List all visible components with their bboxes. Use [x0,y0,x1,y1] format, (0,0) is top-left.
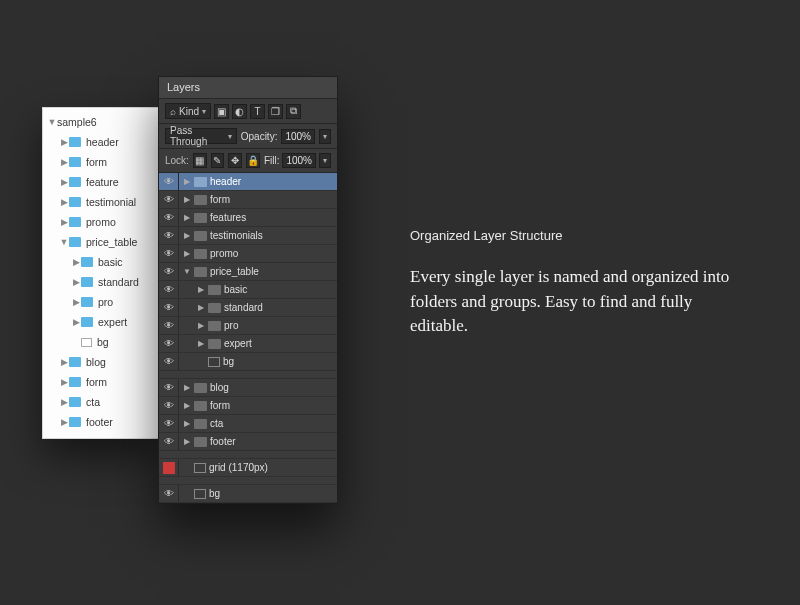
disclosure-icon[interactable]: ▶ [71,277,81,287]
layer-row[interactable]: 👁▶blog [159,379,337,397]
tree-item[interactable]: ▶feature [43,172,159,192]
visibility-eye-icon[interactable]: 👁 [159,173,179,190]
layer-row[interactable]: 👁bg [159,485,337,503]
disclosure-icon[interactable]: ▶ [71,257,81,267]
tree-item[interactable]: ▶promo [43,212,159,232]
layer-row[interactable]: 👁bg [159,353,337,371]
visibility-eye-icon[interactable]: 👁 [159,317,179,334]
visibility-eye-icon[interactable]: 👁 [159,397,179,414]
filter-smart-icon[interactable]: ⧉ [286,104,301,119]
disclosure-icon[interactable]: ▶ [183,401,191,410]
visibility-eye-icon[interactable]: 👁 [159,485,179,502]
tree-item[interactable]: ▶blog [43,352,159,372]
layer-row[interactable]: 👁▶expert [159,335,337,353]
tree-item[interactable]: ▶form [43,372,159,392]
layer-row[interactable]: 👁▶pro [159,317,337,335]
disclosure-icon[interactable]: ▶ [59,137,69,147]
disclosure-icon[interactable]: ▶ [197,285,205,294]
disclosure-icon[interactable]: ▶ [59,157,69,167]
visibility-eye-icon[interactable]: 👁 [159,353,179,370]
layer-row[interactable]: 👁▶header [159,173,337,191]
tree-item[interactable]: ▶standard [43,272,159,292]
layer-row[interactable]: 👁▶features [159,209,337,227]
lock-pixels-icon[interactable]: ▦ [193,153,207,168]
layer-row[interactable]: 👁▶footer [159,433,337,451]
filter-type-icon[interactable]: T [250,104,265,119]
visibility-eye-icon[interactable]: 👁 [159,335,179,352]
opacity-value[interactable]: 100% [281,129,315,144]
tree-item[interactable]: ▶basic [43,252,159,272]
visibility-eye-icon[interactable]: 👁 [159,209,179,226]
disclosure-icon[interactable]: ▶ [183,213,191,222]
disclosure-icon[interactable]: ▶ [71,297,81,307]
disclosure-icon[interactable]: ▶ [59,377,69,387]
layer-row[interactable]: 👁▶standard [159,299,337,317]
fill-value[interactable]: 100% [282,153,316,168]
tree-item[interactable]: ▶header [43,132,159,152]
disclosure-icon[interactable]: ▶ [183,249,191,258]
tree-item[interactable]: ▼price_table [43,232,159,252]
tree-item[interactable]: ▶footer [43,412,159,432]
visibility-eye-icon[interactable]: 👁 [159,415,179,432]
visibility-eye-icon[interactable]: 👁 [159,379,179,396]
tree-root[interactable]: ▼ sample6 [43,112,159,132]
layer-row[interactable]: grid (1170px) [159,459,337,477]
visibility-eye-icon[interactable]: 👁 [159,433,179,450]
disclosure-icon[interactable]: ▶ [197,339,205,348]
disclosure-icon[interactable]: ▶ [183,437,191,446]
tree-item[interactable]: ▶cta [43,392,159,412]
visibility-eye-icon[interactable]: 👁 [159,191,179,208]
layer-row[interactable]: 👁▶promo [159,245,337,263]
disclosure-icon[interactable]: ▶ [183,419,191,428]
disclosure-icon[interactable]: ▶ [59,357,69,367]
layer-row[interactable]: 👁▶form [159,397,337,415]
visibility-eye-icon[interactable]: 👁 [159,299,179,316]
opacity-slider-drop[interactable]: ▾ [319,129,331,144]
disclosure-icon[interactable]: ▶ [71,317,81,327]
layer-row[interactable]: 👁▶testimonials [159,227,337,245]
tree-item[interactable]: bg [43,332,159,352]
tree-item[interactable]: ▶form [43,152,159,172]
marketing-heading: Organized Layer Structure [410,228,740,243]
disclosure-icon[interactable]: ▶ [59,217,69,227]
folder-icon [208,321,221,331]
visibility-eye-icon[interactable]: 👁 [159,227,179,244]
visibility-eye-icon[interactable]: 👁 [159,281,179,298]
visibility-eye-icon[interactable]: 👁 [159,263,179,280]
lock-position-icon[interactable]: ✥ [228,153,242,168]
layer-row[interactable]: 👁▶form [159,191,337,209]
disclosure-icon[interactable]: ▶ [183,177,191,186]
filter-adjustment-icon[interactable]: ◐ [232,104,247,119]
lock-fill-bar: Lock: ▦ ✎ ✥ 🔒 Fill: 100% ▾ [159,149,337,173]
filter-pixel-icon[interactable]: ▣ [214,104,229,119]
layer-row[interactable]: 👁▼price_table [159,263,337,281]
disclosure-icon[interactable]: ▶ [183,195,191,204]
filter-kind-dropdown[interactable]: ⌕ Kind ▾ [165,103,211,119]
folder-icon [208,303,221,313]
layer-label: cta [210,418,223,429]
visibility-eye-icon[interactable]: 👁 [159,245,179,262]
disclosure-icon[interactable]: ▶ [197,321,205,330]
tree-item[interactable]: ▶testimonial [43,192,159,212]
filter-shape-icon[interactable]: ❐ [268,104,283,119]
lock-all-icon[interactable]: 🔒 [246,153,260,168]
disclosure-icon[interactable]: ▶ [183,231,191,240]
blend-mode-dropdown[interactable]: Pass Through ▾ [165,128,237,144]
tree-item[interactable]: ▶expert [43,312,159,332]
disclosure-icon[interactable]: ▶ [183,383,191,392]
tree-item[interactable]: ▶pro [43,292,159,312]
layer-row[interactable]: 👁▶cta [159,415,337,433]
disclosure-icon[interactable]: ▶ [59,197,69,207]
disclosure-icon[interactable]: ▶ [59,417,69,427]
fill-slider-drop[interactable]: ▾ [319,153,331,168]
disclosure-icon[interactable]: ▼ [59,237,69,247]
disclosure-icon[interactable]: ▶ [59,177,69,187]
disclosure-icon[interactable]: ▼ [183,267,191,276]
lock-brush-icon[interactable]: ✎ [211,153,225,168]
panel-tab-layers[interactable]: Layers [159,77,337,99]
disclosure-icon[interactable]: ▶ [197,303,205,312]
disclosure-icon[interactable]: ▼ [47,117,57,127]
layer-color-swatch[interactable] [159,459,179,476]
disclosure-icon[interactable]: ▶ [59,397,69,407]
layer-row[interactable]: 👁▶basic [159,281,337,299]
